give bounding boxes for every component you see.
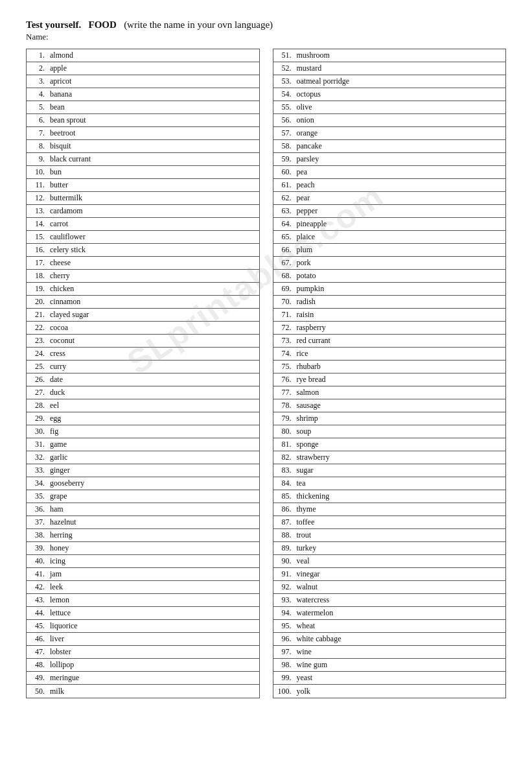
- list-item: 65.plaice: [273, 231, 506, 244]
- item-text: apricot: [47, 76, 259, 87]
- item-text: yolk: [294, 686, 506, 697]
- list-item: 5.bean: [27, 101, 259, 114]
- list-item: 59.parsley: [273, 153, 506, 166]
- list-item: 89.turkey: [273, 542, 506, 555]
- item-text: yeast: [294, 672, 506, 683]
- item-text: almond: [47, 50, 259, 61]
- list-item: 73.red currant: [273, 335, 506, 348]
- item-text: watercress: [294, 595, 506, 606]
- item-text: thyme: [294, 504, 506, 515]
- item-number: 68.: [273, 270, 294, 281]
- item-number: 26.: [27, 374, 47, 385]
- list-item: 1.almond: [27, 49, 259, 62]
- item-number: 57.: [273, 128, 294, 139]
- list-item: 94.watermelon: [273, 607, 506, 620]
- item-text: lollipop: [47, 659, 259, 670]
- item-text: vinegar: [294, 569, 506, 580]
- item-text: lobster: [47, 646, 259, 657]
- item-number: 40.: [27, 556, 47, 567]
- name-line: Name:: [26, 32, 506, 42]
- list-item: 90.veal: [273, 555, 506, 568]
- item-text: gooseberry: [47, 478, 259, 489]
- list-item: 16.celery stick: [27, 244, 259, 257]
- item-number: 50.: [27, 686, 47, 697]
- item-text: salmon: [294, 387, 506, 398]
- item-number: 76.: [273, 374, 294, 385]
- item-text: milk: [47, 686, 259, 697]
- list-item: 8.bisquit: [27, 140, 259, 153]
- list-item: 31.game: [27, 438, 259, 451]
- item-text: wine: [294, 646, 506, 657]
- list-item: 46.liver: [27, 633, 259, 646]
- list-item: 93.watercress: [273, 594, 506, 607]
- item-number: 7.: [27, 128, 47, 139]
- list-item: 99.yeast: [273, 672, 506, 685]
- list-item: 55.olive: [273, 101, 506, 114]
- item-text: strawberry: [294, 452, 506, 463]
- list-item: 66.plum: [273, 244, 506, 257]
- list-item: 49.meringue: [27, 672, 259, 685]
- item-number: 17.: [27, 257, 47, 268]
- item-number: 63.: [273, 206, 294, 217]
- list-item: 30.fig: [27, 425, 259, 438]
- item-text: clayed sugar: [47, 309, 259, 320]
- item-number: 97.: [273, 646, 294, 657]
- item-number: 44.: [27, 608, 47, 619]
- item-number: 74.: [273, 348, 294, 359]
- item-number: 30.: [27, 426, 47, 437]
- list-item: 50.milk: [27, 685, 259, 698]
- item-number: 37.: [27, 517, 47, 528]
- item-text: leek: [47, 582, 259, 593]
- item-number: 1.: [27, 50, 47, 61]
- item-number: 64.: [273, 219, 294, 230]
- list-item: 77.salmon: [273, 386, 506, 399]
- item-number: 49.: [27, 672, 47, 683]
- item-number: 89.: [273, 543, 294, 554]
- item-number: 42.: [27, 582, 47, 593]
- item-number: 11.: [27, 180, 47, 191]
- item-number: 51.: [273, 50, 294, 61]
- item-text: cress: [47, 348, 259, 359]
- item-text: peach: [294, 180, 506, 191]
- item-text: mushroom: [294, 50, 506, 61]
- item-number: 31.: [27, 439, 47, 450]
- item-text: ginger: [47, 465, 259, 476]
- item-text: pineapple: [294, 219, 506, 230]
- list-item: 35.grape: [27, 490, 259, 503]
- item-number: 61.: [273, 180, 294, 191]
- list-item: 95.wheat: [273, 620, 506, 633]
- list-item: 15.cauliflower: [27, 231, 259, 244]
- list-item: 17.cheese: [27, 257, 259, 270]
- item-text: olive: [294, 102, 506, 113]
- list-item: 88.trout: [273, 529, 506, 542]
- item-number: 25.: [27, 361, 47, 372]
- item-text: soup: [294, 426, 506, 437]
- item-number: 79.: [273, 413, 294, 424]
- item-number: 55.: [273, 102, 294, 113]
- item-number: 10.: [27, 167, 47, 178]
- item-number: 91.: [273, 569, 294, 580]
- item-text: onion: [294, 115, 506, 126]
- item-text: icing: [47, 556, 259, 567]
- item-number: 86.: [273, 504, 294, 515]
- list-item: 92.walnut: [273, 581, 506, 594]
- item-text: tea: [294, 478, 506, 489]
- list-item: 48.lollipop: [27, 659, 259, 672]
- item-number: 34.: [27, 478, 47, 489]
- item-text: parsley: [294, 154, 506, 165]
- list-item: 96.white cabbage: [273, 633, 506, 646]
- item-number: 16.: [27, 244, 47, 255]
- item-text: cocoa: [47, 322, 259, 333]
- item-text: lemon: [47, 595, 259, 606]
- list-item: 44.lettuce: [27, 607, 259, 620]
- list-item: 24.cress: [27, 348, 259, 361]
- item-text: banana: [47, 89, 259, 100]
- item-text: pea: [294, 167, 506, 178]
- item-text: buttermilk: [47, 193, 259, 204]
- item-number: 48.: [27, 659, 47, 670]
- list-item: 21.clayed sugar: [27, 309, 259, 322]
- item-number: 82.: [273, 452, 294, 463]
- list-item: 78.sausage: [273, 399, 506, 412]
- item-number: 98.: [273, 659, 294, 670]
- item-number: 43.: [27, 595, 47, 606]
